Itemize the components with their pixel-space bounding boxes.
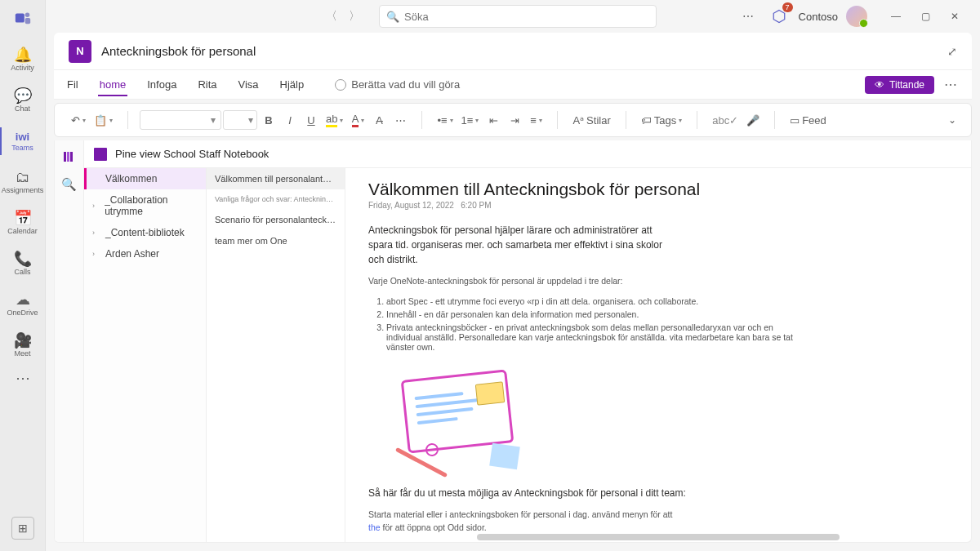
nav-forward-button[interactable]: 〉 <box>345 7 364 26</box>
viewing-mode-button[interactable]: 👁 Tittande <box>865 76 934 94</box>
more-font-button[interactable]: ⋯ <box>390 109 410 131</box>
chevron-right-icon: › <box>92 202 98 210</box>
feed-icon: ▭ <box>790 114 800 127</box>
svg-rect-5 <box>67 152 69 162</box>
rail-more[interactable]: ⋯ <box>16 369 30 387</box>
tab-insert[interactable]: Infoga <box>145 73 178 96</box>
titlebar: 〈 〉 🔍 ⋯ 7 Contoso — ▢ ✕ <box>46 0 980 33</box>
window-minimize-button[interactable]: — <box>882 5 910 28</box>
calendar-icon: 📅 <box>14 211 32 225</box>
viewing-label: Tittande <box>889 79 924 91</box>
tags-button[interactable]: 🏷Tags▾ <box>638 109 685 131</box>
notebook-app-title: Anteckningsbok för personal <box>101 44 256 58</box>
section-item-valkommen[interactable]: Välkommen <box>84 168 206 189</box>
notebooks-icon[interactable] <box>61 149 78 165</box>
org-switcher-button[interactable]: 7 <box>768 5 791 28</box>
ribbon-toolbar: ↶▾ 📋▾ ▾ ▾ B I U ab▾ A▾ A̶ ⋯ •≡▾ 1≡▾ ⇤ ⇥ <box>54 103 972 137</box>
rail-apps-button[interactable]: ⊞ <box>11 517 34 540</box>
page-title: Välkommen till Anteckningsbok för person… <box>368 180 948 199</box>
spellcheck-button[interactable]: abc✓ <box>709 109 742 131</box>
align-button[interactable]: ≡▾ <box>526 109 546 131</box>
outdent-button[interactable]: ⇤ <box>483 109 503 131</box>
notebook-nav-rail: 🔍 <box>55 140 84 542</box>
tab-draw[interactable]: Rita <box>196 73 218 96</box>
ribbon-tabs: Fil home Infoga Rita Visa Hjälp Berätta … <box>54 70 972 100</box>
tab-home[interactable]: home <box>98 73 128 96</box>
section-item-content[interactable]: ›_Content-bibliotek <box>84 222 206 243</box>
onenote-header: N Anteckningsbok för personal ⤢ <box>54 33 972 70</box>
bullets-button[interactable]: •≡▾ <box>434 109 456 131</box>
window-close-button[interactable]: ✕ <box>941 5 969 28</box>
phone-icon: 📞 <box>14 251 32 266</box>
list-item: Privata anteckningsböcker - en privat an… <box>386 322 793 352</box>
ribbon-more-button[interactable]: ⋯ <box>941 77 960 92</box>
rail-label: Calls <box>14 268 30 276</box>
collapse-ribbon-button[interactable]: ⌄ <box>942 114 963 126</box>
tab-help[interactable]: Hjälp <box>278 73 306 96</box>
expand-button[interactable]: ⤢ <box>947 45 957 58</box>
rail-onedrive[interactable]: ☁OneDrive <box>0 284 46 325</box>
section-label: Arden Asher <box>105 248 159 260</box>
font-selector[interactable]: ▾ <box>140 110 221 130</box>
search-box[interactable]: 🔍 <box>379 5 657 28</box>
rail-calendar[interactable]: 📅Calendar <box>0 202 46 243</box>
nav-back-button[interactable]: 〈 <box>322 7 341 26</box>
font-color-button[interactable]: A▾ <box>348 109 368 131</box>
rail-label: Activity <box>11 64 34 72</box>
align-icon: ≡ <box>530 114 537 127</box>
rail-teams[interactable]: iwiTeams <box>0 121 46 162</box>
search-notes-button[interactable]: 🔍 <box>61 176 78 193</box>
teams-text-icon: iwi <box>16 131 29 142</box>
clear-format-button[interactable]: A̶ <box>369 109 389 131</box>
rail-calls[interactable]: 📞Calls <box>0 243 46 284</box>
highlight-button[interactable]: ab▾ <box>323 109 346 131</box>
mic-icon: 🎤 <box>746 114 760 127</box>
org-name: Contoso <box>799 11 838 23</box>
section-item-collab[interactable]: ›_Collaboration utrymme <box>84 189 206 222</box>
rail-label: Meet <box>14 349 30 358</box>
tell-me-search[interactable]: Berätta vad du vill göra <box>335 78 460 91</box>
page-item[interactable]: Vanliga frågor och svar: Anteckningsbok … <box>207 189 345 209</box>
font-size-selector[interactable]: ▾ <box>223 110 257 130</box>
feed-button[interactable]: ▭Feed <box>786 109 830 131</box>
page-item[interactable]: Välkommen till personalanteckning <box>207 168 345 189</box>
styles-button[interactable]: AᵃStilar <box>569 109 613 131</box>
dictate-button[interactable]: 🎤 <box>743 109 763 131</box>
section-label: _Collaboration utrymme <box>105 194 198 217</box>
page-body: Anteckningsbok för personal hjälper lära… <box>368 223 793 542</box>
rail-label: Chat <box>15 104 30 113</box>
page-canvas[interactable]: Välkommen till Anteckningsbok för person… <box>345 168 971 542</box>
notebook-title-bar[interactable]: Pine view School Staff Notebook <box>84 140 971 168</box>
tags-label: Tags <box>654 114 676 127</box>
notebook-icon <box>94 148 107 161</box>
search-input[interactable] <box>404 11 649 23</box>
clipboard-button[interactable]: 📋▾ <box>91 109 116 131</box>
horizontal-scrollbar[interactable] <box>477 534 840 540</box>
page-item[interactable]: Scenario för personalanteckningsbok… <box>207 209 345 230</box>
bold-button[interactable]: B <box>259 109 278 131</box>
rail-activity[interactable]: 🔔Activity <box>0 39 46 80</box>
tab-view[interactable]: Visa <box>237 73 261 96</box>
tab-file[interactable]: Fil <box>65 73 80 96</box>
rail-chat[interactable]: 💬Chat <box>0 80 46 121</box>
rail-assignments[interactable]: 🗂Assignments <box>0 162 46 202</box>
svg-rect-6 <box>70 152 73 162</box>
teams-logo-icon <box>11 7 34 29</box>
user-avatar[interactable] <box>846 6 867 27</box>
rail-meet[interactable]: 🎥Meet <box>0 325 46 366</box>
window-maximize-button[interactable]: ▢ <box>911 5 939 28</box>
numbering-button[interactable]: 1≡▾ <box>458 109 483 131</box>
onenote-logo-icon: N <box>69 40 91 63</box>
font-color-icon: A <box>352 113 359 127</box>
page-item[interactable]: team mer om One <box>207 230 345 251</box>
rail-label: Teams <box>11 144 33 152</box>
svg-rect-4 <box>64 152 66 162</box>
chat-icon: 💬 <box>14 88 32 103</box>
undo-button[interactable]: ↶▾ <box>68 109 89 131</box>
more-options-button[interactable]: ⋯ <box>737 5 760 28</box>
notification-badge: 7 <box>782 2 793 12</box>
section-item-arden[interactable]: ›Arden Asher <box>84 243 206 264</box>
indent-button[interactable]: ⇥ <box>505 109 524 131</box>
italic-button[interactable]: I <box>280 109 300 131</box>
underline-button[interactable]: U <box>301 109 321 131</box>
